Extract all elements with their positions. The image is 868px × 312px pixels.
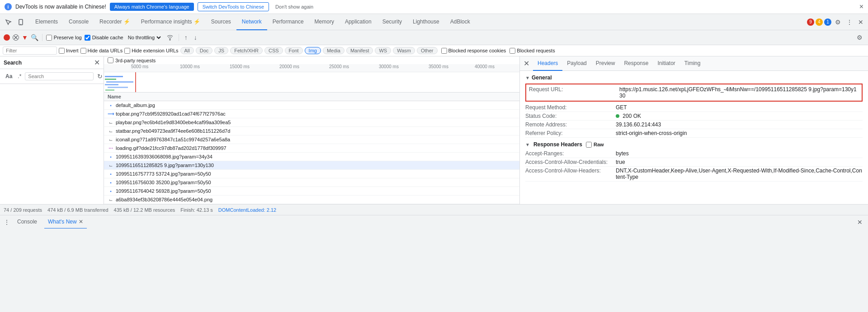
aa-button[interactable]: Aa: [4, 71, 14, 81]
disable-cache-checkbox[interactable]: Disable cache: [85, 35, 123, 41]
request-method-label: Request Method:: [525, 104, 616, 111]
device-toggle-icon[interactable]: [15, 17, 26, 28]
regex-button[interactable]: .*: [16, 71, 23, 81]
list-item-selected[interactable]: ⌙ 10995116511285825 9.jpg?param=130y130: [104, 161, 519, 170]
list-item[interactable]: ⌙ iconall.png?71a99763847c1a51c9974d257a…: [104, 135, 519, 144]
filter-other[interactable]: Other: [417, 47, 438, 54]
response-headers-section[interactable]: ▼ Response Headers Raw: [525, 141, 863, 148]
filter-ws[interactable]: WS: [375, 47, 391, 54]
tab-sources[interactable]: Sources: [206, 14, 236, 30]
req-name: 10995116756030 35200.jpg?param=50y50: [116, 180, 516, 185]
list-item[interactable]: ⟶ topbar.png?7cb9f5928920ad1cad74f677f27…: [104, 110, 519, 118]
filter-font[interactable]: Font: [285, 47, 303, 54]
filter-input[interactable]: [3, 47, 57, 55]
list-item[interactable]: ▪ 10995116757773 53724.jpg?param=50y50: [104, 170, 519, 178]
console-close-icon[interactable]: ✕: [855, 217, 864, 228]
notification-close-button[interactable]: ×: [859, 3, 863, 10]
console-tab-console[interactable]: Console: [14, 215, 41, 229]
left-panel: 3rd-party requests 5000 ms 10000 ms 1500…: [104, 56, 520, 204]
tab-recorder[interactable]: Recorder ⚡: [94, 14, 136, 30]
filter-wasm[interactable]: Wasm: [393, 47, 415, 54]
list-item[interactable]: ⌙ playbar.png?ec6b4d1e9d83400ebe4caf99aa…: [104, 118, 519, 127]
network-settings-icon[interactable]: ⚙: [855, 32, 864, 43]
tab-application[interactable]: Application: [340, 14, 377, 30]
third-party-checkbox[interactable]: 3rd-party requests: [104, 56, 519, 64]
invert-checkbox[interactable]: Invert: [59, 48, 79, 54]
search-refresh-icon[interactable]: ↻: [95, 71, 104, 82]
panel-header: ✕ Headers Payload Preview Response Initi…: [520, 56, 868, 71]
disable-cache-input[interactable]: [85, 35, 90, 41]
panel-close-button[interactable]: ✕: [524, 59, 529, 68]
switch-chinese-button[interactable]: Switch DevTools to Chinese: [198, 2, 269, 11]
inspect-icon[interactable]: [3, 17, 14, 28]
filter-all[interactable]: All: [180, 47, 194, 54]
search-header: Search ✕: [0, 56, 104, 69]
tab-performance[interactable]: Performance: [267, 14, 309, 30]
wifi-icon[interactable]: [165, 33, 175, 42]
preserve-log-input[interactable]: [46, 35, 52, 41]
search-close-button[interactable]: ✕: [94, 58, 100, 67]
filter-img[interactable]: Img: [305, 47, 321, 54]
filter-icon[interactable]: ▼: [22, 34, 28, 41]
img-icon: ⌙: [108, 119, 114, 126]
blocked-requests-checkbox[interactable]: Blocked requests: [509, 48, 555, 54]
filter-css[interactable]: CSS: [264, 47, 283, 54]
filter-doc[interactable]: Doc: [196, 47, 213, 54]
svg-rect-7: [106, 81, 133, 83]
tab-network[interactable]: Network: [236, 14, 267, 30]
match-language-button[interactable]: Always match Chrome's language: [110, 3, 194, 11]
whats-new-close-button[interactable]: ✕: [79, 219, 83, 225]
blocked-cookies-checkbox[interactable]: Blocked response cookies: [441, 48, 506, 54]
resources-size: 435 kB / 12.2 MB resources: [114, 207, 175, 213]
hide-data-urls-checkbox[interactable]: Hide data URLs: [80, 48, 123, 54]
filter-manifest[interactable]: Manifest: [346, 47, 373, 54]
tab-memory[interactable]: Memory: [309, 14, 340, 30]
general-section-header[interactable]: ▼ General: [525, 75, 863, 81]
list-item[interactable]: ▪ 10995116764042 56928.jpg?param=50y50: [104, 187, 519, 196]
list-item[interactable]: ▪ 10995116393936068098.jpg?param=34y34: [104, 153, 519, 161]
settings-icon[interactable]: ⚙: [833, 17, 843, 28]
search-icon[interactable]: 🔍: [31, 34, 38, 41]
preserve-log-checkbox[interactable]: Preserve log: [46, 35, 82, 41]
panel-tab-headers[interactable]: Headers: [533, 56, 562, 71]
filter-media[interactable]: Media: [323, 47, 344, 54]
list-item[interactable]: ⌙ a6ba8934ef3b36208786e4445e054e04.png: [104, 196, 519, 204]
list-item[interactable]: ⋯ loading.gif?dde21fcc97db87ad202d1778df…: [104, 144, 519, 153]
search-input[interactable]: [25, 72, 94, 80]
filter-fetch-xhr[interactable]: Fetch/XHR: [230, 47, 263, 54]
ruler-tick-3: 15000 ms: [230, 64, 250, 69]
hide-extension-urls-checkbox[interactable]: Hide extension URLs: [124, 48, 178, 54]
clear-button[interactable]: [13, 34, 19, 41]
request-list[interactable]: ▪ default_album.jpg ⟶ topbar.png?7cb9f59…: [104, 101, 519, 204]
tab-performance-insights[interactable]: Performance insights ⚡: [136, 14, 206, 30]
list-item[interactable]: ▪ default_album.jpg: [104, 101, 519, 110]
console-tab-whats-new[interactable]: What's New ✕: [44, 215, 87, 229]
filter-js[interactable]: JS: [214, 47, 228, 54]
timeline-svg: [104, 72, 519, 93]
tab-console[interactable]: Console: [63, 14, 94, 30]
tab-security[interactable]: Security: [377, 14, 407, 30]
list-item[interactable]: ⌙ statbar.png?eb049723ea9f74ee6e608b1151…: [104, 127, 519, 135]
panel-tab-preview[interactable]: Preview: [591, 56, 620, 71]
more-options-icon[interactable]: ⋮: [844, 17, 854, 28]
record-button[interactable]: [4, 34, 10, 41]
upload-icon[interactable]: ↑: [183, 32, 189, 43]
tab-elements[interactable]: Elements: [30, 14, 63, 30]
dom-content-loaded[interactable]: DOMContentLoaded: 2.12: [218, 207, 276, 213]
panel-tab-initiator[interactable]: Initiator: [653, 56, 679, 71]
console-menu-icon[interactable]: ⋮: [4, 219, 10, 226]
raw-checkbox[interactable]: Raw: [586, 142, 604, 148]
req-name: loading.gif?dde21fcc97db87ad202d1778df30…: [116, 145, 516, 151]
throttle-select[interactable]: No throttling: [126, 34, 162, 41]
panel-tab-response[interactable]: Response: [619, 56, 653, 71]
list-item[interactable]: ▪ 10995116756030 35200.jpg?param=50y50: [104, 178, 519, 187]
request-url-value[interactable]: https://p1.music.126.net/xpLjGFEOzWFhs_-…: [619, 86, 859, 99]
panel-tab-payload[interactable]: Payload: [562, 56, 591, 71]
close-devtools-icon[interactable]: ✕: [856, 17, 865, 28]
tab-adblock[interactable]: AdBlock: [445, 14, 476, 30]
svg-rect-0: [19, 19, 23, 25]
panel-tab-timing[interactable]: Timing: [680, 56, 705, 71]
download-icon[interactable]: ↓: [192, 32, 199, 43]
tab-lighthouse[interactable]: Lighthouse: [407, 14, 445, 30]
dont-show-button[interactable]: Don't show again: [273, 3, 316, 11]
